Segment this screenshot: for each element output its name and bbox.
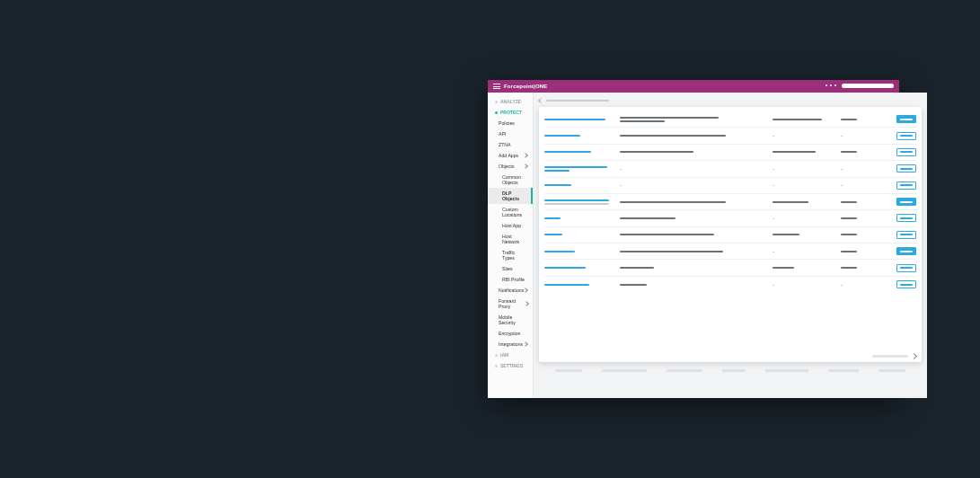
sidebar-item-ztna[interactable]: ZTNA (488, 139, 533, 150)
table-cell (544, 184, 614, 186)
table-row: --- (544, 161, 916, 177)
table-cell (620, 267, 767, 269)
table-cell (841, 234, 886, 235)
table-cell: - (773, 282, 835, 288)
table-cell (620, 284, 767, 286)
sidebar-item-rbi-profile[interactable]: RBI Profile (488, 274, 533, 285)
table-cell: - (773, 166, 835, 172)
sidebar-item-objects[interactable]: Objects (488, 161, 533, 172)
chevron-right-icon (524, 154, 527, 157)
table-cell-action (891, 132, 916, 140)
sidebar-item-common-objects[interactable]: Common Objects (488, 172, 533, 188)
table-cell: - (773, 133, 835, 138)
row-action-button[interactable] (896, 148, 916, 156)
sidebar-item-traffic-types[interactable]: Traffic Types (488, 247, 533, 263)
breadcrumb-segment (546, 100, 609, 102)
header-actions[interactable] (825, 84, 836, 86)
sidebar-item-mobile-security[interactable]: Mobile Security (488, 312, 533, 328)
table-row (544, 111, 916, 128)
table-cell (544, 284, 614, 286)
table-row: -- (544, 277, 916, 293)
row-action-button[interactable] (896, 280, 916, 288)
table-cell (773, 234, 835, 235)
table-cell (620, 251, 767, 252)
sidebar-item-custom-locations[interactable]: Custom Locations (488, 204, 533, 220)
table-row: -- (544, 128, 916, 144)
table-cell-action (891, 115, 916, 123)
table-cell-action (891, 264, 916, 272)
row-action-button[interactable] (896, 115, 916, 123)
table-cell (841, 217, 886, 219)
row-action-button[interactable] (896, 181, 916, 190)
table-cell-action (891, 148, 916, 156)
sidebar-section-settings[interactable]: SETTINGS (488, 360, 533, 371)
table-cell (620, 217, 767, 219)
breadcrumb (539, 98, 922, 103)
sidebar-section-iam[interactable]: IAM (488, 350, 533, 360)
sidebar-item-add-apps[interactable]: Add Apps (488, 150, 533, 161)
sidebar-section-protect[interactable]: PROTECT (488, 107, 533, 118)
row-action-button[interactable] (896, 164, 916, 173)
row-action-button[interactable] (896, 247, 916, 255)
table-cell (544, 199, 614, 205)
sidebar-item-policies[interactable]: Policies (488, 118, 533, 128)
table-cell-action (891, 214, 916, 222)
sidebar: ANALYZEPROTECTPoliciesAPIZTNAAdd AppsObj… (488, 93, 534, 398)
sidebar-item-forward-proxy[interactable]: Forward Proxy (488, 296, 533, 312)
table-cell: - (841, 166, 886, 172)
table-cell (544, 267, 614, 269)
table-cell (773, 267, 835, 269)
sidebar-item-host-app[interactable]: Host App (488, 220, 533, 231)
table-cell (620, 234, 767, 235)
app-title: Forcepoint|ONE (504, 84, 547, 89)
table-row (544, 145, 916, 161)
sidebar-item-host-network[interactable]: Host Network (488, 231, 533, 247)
table-cell (841, 151, 886, 153)
table-cell (841, 119, 886, 120)
table-cell (620, 201, 767, 203)
row-action-button[interactable] (896, 132, 916, 140)
table-cell (841, 267, 886, 269)
table-cell: - (773, 182, 835, 188)
table-cell-action (891, 164, 916, 173)
table-row (544, 194, 916, 210)
table-row: - (544, 210, 916, 226)
chevron-right-icon (524, 288, 527, 292)
chevron-right-icon (524, 164, 527, 168)
table-cell (544, 251, 614, 252)
sidebar-section-analyze[interactable]: ANALYZE (488, 96, 533, 107)
table-cell: - (620, 166, 767, 172)
row-action-button[interactable] (896, 231, 916, 239)
table-cell: - (773, 249, 835, 254)
row-action-button[interactable] (896, 214, 916, 222)
table-cell (773, 201, 835, 203)
table-row: - (544, 243, 916, 260)
user-pill[interactable] (842, 84, 894, 88)
titlebar: Forcepoint|ONE (488, 80, 899, 93)
pagination-info (872, 355, 908, 358)
table-cell: - (841, 133, 886, 138)
sidebar-item-notifications[interactable]: Notifications (488, 285, 533, 296)
chevron-right-icon[interactable] (911, 353, 917, 359)
table-row (544, 260, 916, 276)
data-panel: ------------ (539, 107, 922, 362)
chevron-right-icon (525, 302, 527, 305)
table-cell: - (620, 182, 767, 188)
sidebar-item-dlp-objects[interactable]: DLP Objects (488, 188, 533, 204)
sidebar-item-sites[interactable]: Sites (488, 263, 533, 274)
table-cell (544, 217, 614, 219)
sidebar-item-integrations[interactable]: Integrations (488, 339, 533, 350)
sidebar-item-encryption[interactable]: Encryption (488, 328, 533, 339)
table-cell (841, 251, 886, 252)
row-action-button[interactable] (896, 198, 916, 206)
table-cell (773, 151, 835, 153)
table-cell (620, 135, 767, 137)
app-window: Forcepoint|ONE ANALYZEPROTECTPoliciesAPI… (488, 80, 899, 398)
table-cell-action (891, 247, 916, 255)
chevron-left-icon[interactable] (538, 98, 543, 103)
row-action-button[interactable] (896, 264, 916, 272)
chevron-right-icon (524, 342, 527, 346)
sidebar-item-api[interactable]: API (488, 128, 533, 139)
table-cell (620, 151, 767, 153)
menu-icon[interactable] (493, 84, 500, 89)
